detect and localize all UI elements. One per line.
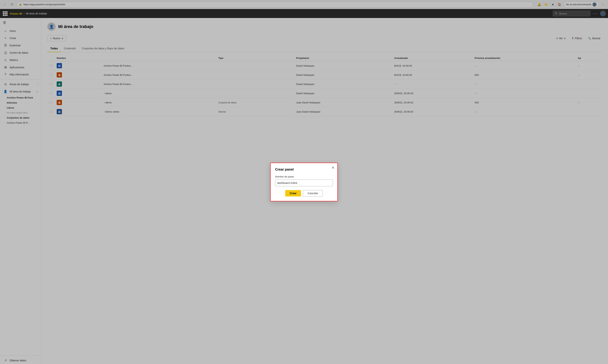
- modal-actions: Crear Cancelar: [275, 190, 333, 196]
- panel-name-input[interactable]: [275, 180, 333, 186]
- crear-panel-modal: ✕ Crear panel Nombre de panel Crear Canc…: [270, 163, 338, 201]
- modal-field-label: Nombre de panel: [275, 175, 333, 178]
- modal-overlay: ✕ Crear panel Nombre de panel Crear Canc…: [0, 0, 608, 364]
- crear-button[interactable]: Crear: [285, 190, 301, 196]
- cancelar-button[interactable]: Cancelar: [303, 190, 323, 196]
- modal-title: Crear panel: [275, 168, 333, 171]
- modal-close-button[interactable]: ✕: [332, 166, 334, 169]
